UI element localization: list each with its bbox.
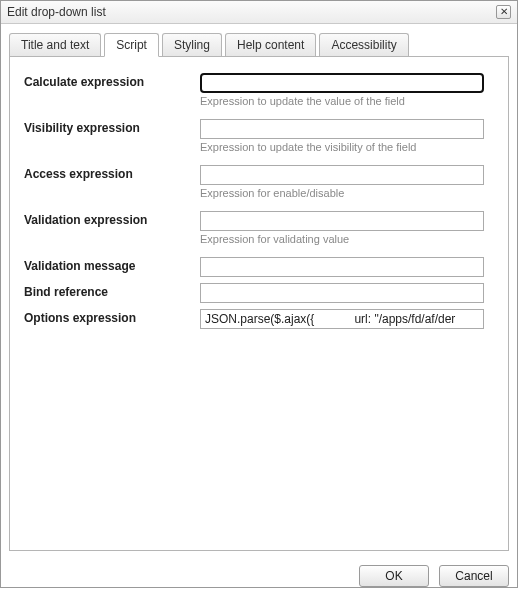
access-expression-input[interactable] <box>200 165 484 185</box>
calculate-expression-hint: Expression to update the value of the fi… <box>200 95 494 107</box>
bind-reference-label: Bind reference <box>24 283 182 299</box>
ok-button[interactable]: OK <box>359 565 429 587</box>
tab-styling[interactable]: Styling <box>162 33 222 57</box>
window-title: Edit drop-down list <box>7 5 496 19</box>
access-expression-hint: Expression for enable/disable <box>200 187 494 199</box>
validation-expression-input[interactable] <box>200 211 484 231</box>
calculate-expression-input[interactable] <box>200 73 484 93</box>
options-expression-field-col <box>200 309 494 329</box>
options-expression-label: Options expression <box>24 309 182 325</box>
visibility-expression-label: Visibility expression <box>24 119 182 135</box>
tab-body: Calculate expression Expression to updat… <box>9 56 509 551</box>
validation-message-label: Validation message <box>24 257 182 273</box>
validation-expression-hint: Expression for validating value <box>200 233 494 245</box>
calculate-expression-field-col: Expression to update the value of the fi… <box>200 73 494 113</box>
visibility-expression-hint: Expression to update the visibility of t… <box>200 141 494 153</box>
tab-title-and-text[interactable]: Title and text <box>9 33 101 57</box>
visibility-expression-field-col: Expression to update the visibility of t… <box>200 119 494 159</box>
bind-reference-input[interactable] <box>200 283 484 303</box>
access-expression-field-col: Expression for enable/disable <box>200 165 494 205</box>
validation-expression-label: Validation expression <box>24 211 182 227</box>
close-icon: ✕ <box>500 7 508 17</box>
tab-script[interactable]: Script <box>104 33 159 57</box>
tab-help-content[interactable]: Help content <box>225 33 316 57</box>
options-expression-input[interactable] <box>200 309 484 329</box>
visibility-expression-input[interactable] <box>200 119 484 139</box>
button-bar: OK Cancel <box>1 559 517 587</box>
calculate-expression-label: Calculate expression <box>24 73 182 89</box>
bind-reference-field-col <box>200 283 494 303</box>
tab-accessibility[interactable]: Accessibility <box>319 33 408 57</box>
titlebar: Edit drop-down list ✕ <box>1 1 517 24</box>
tab-strip: Title and text Script Styling Help conte… <box>1 24 517 56</box>
validation-message-input[interactable] <box>200 257 484 277</box>
validation-message-field-col <box>200 257 494 277</box>
edit-dropdown-dialog: Edit drop-down list ✕ Title and text Scr… <box>0 0 518 588</box>
cancel-button[interactable]: Cancel <box>439 565 509 587</box>
validation-expression-field-col: Expression for validating value <box>200 211 494 251</box>
script-form: Calculate expression Expression to updat… <box>10 57 508 343</box>
close-button[interactable]: ✕ <box>496 5 511 19</box>
access-expression-label: Access expression <box>24 165 182 181</box>
